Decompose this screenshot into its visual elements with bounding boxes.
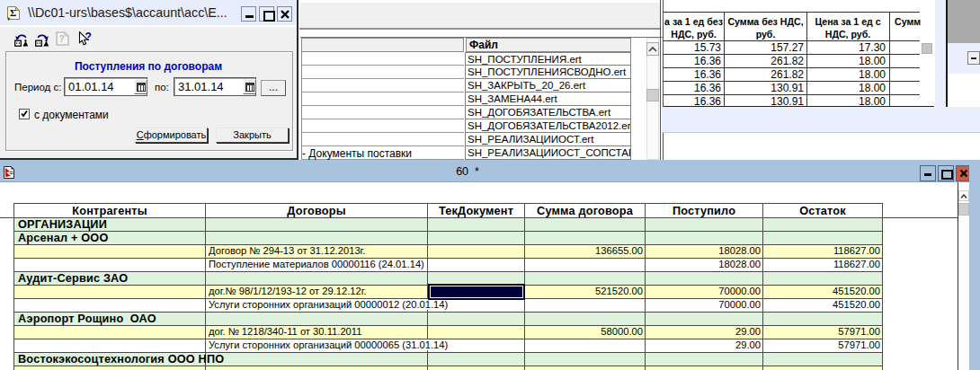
svg-text:Σ: Σ bbox=[10, 7, 16, 18]
svg-text:?: ? bbox=[85, 31, 92, 43]
svg-text:?: ? bbox=[59, 34, 65, 44]
